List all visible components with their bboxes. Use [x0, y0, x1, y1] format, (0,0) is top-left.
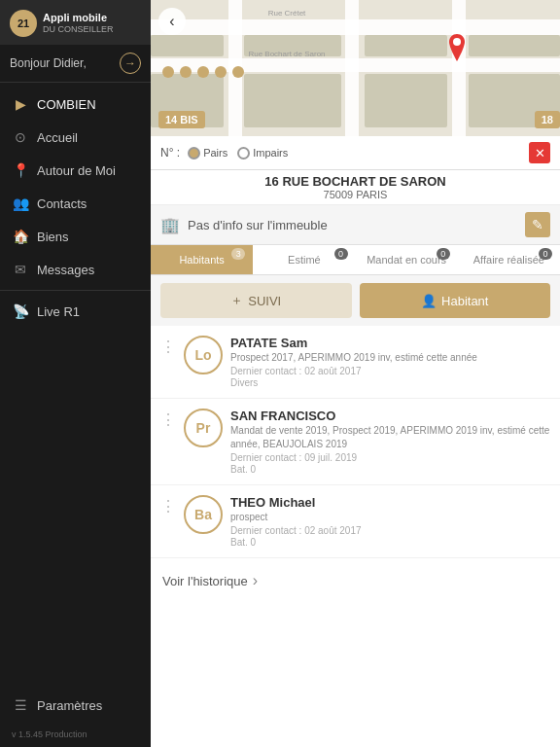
- resident-info: PATATE Sam Prospect 2017, APERIMMO 2019 …: [230, 336, 550, 388]
- svg-rect-5: [452, 0, 466, 136]
- resident-sub: Dernier contact : 02 août 2017: [230, 366, 550, 376]
- tab-estime[interactable]: Estimé 0: [253, 245, 355, 274]
- resident-avatar: Pr: [184, 409, 223, 447]
- sidebar-item-contacts[interactable]: 👥 Contacts: [0, 187, 151, 220]
- list-item: ⋮ Pr SAN FRANCISCO Mandat de vente 2019,…: [151, 399, 560, 485]
- resident-avatar: Lo: [184, 336, 223, 374]
- sidebar: 21 Appli mobile DU CONSEILLER Bonjour Di…: [0, 0, 151, 747]
- resident-sub: Dernier contact : 09 juil. 2019: [230, 452, 550, 463]
- resident-info: THEO Michael prospect Dernier contact : …: [230, 495, 550, 548]
- address-close-button[interactable]: ✕: [529, 142, 550, 163]
- resident-menu-icon[interactable]: ⋮: [160, 495, 176, 516]
- map-back-button[interactable]: ‹: [158, 8, 186, 35]
- svg-rect-10: [151, 35, 224, 56]
- autour-icon: 📍: [12, 162, 29, 178]
- resident-avatar: Ba: [184, 495, 223, 534]
- building-icon: 🏢: [160, 216, 180, 234]
- habitant-button[interactable]: 👤 Habitant: [360, 283, 551, 318]
- info-banner: 🏢 Pas d'info sur l'immeuble ✎: [151, 205, 560, 245]
- radio-impairs[interactable]: Impairs: [237, 147, 288, 160]
- resident-name: PATATE Sam: [230, 336, 550, 350]
- habitant-icon: 👤: [421, 294, 437, 308]
- radio-group: Pairs Impairs: [188, 147, 288, 160]
- action-buttons: ＋ SUIVI 👤 Habitant: [151, 275, 560, 326]
- svg-rect-8: [244, 74, 341, 127]
- tab-habitants-badge: 3: [231, 248, 245, 260]
- svg-rect-7: [365, 35, 447, 56]
- list-item: ⋮ Ba THEO Michael prospect Dernier conta…: [151, 485, 560, 558]
- tabs-bar: Habitants 3 Estimé 0 Mandat en cours 0 A…: [151, 245, 560, 275]
- svg-rect-12: [469, 35, 560, 56]
- sidebar-nav: ▶ COMBIEN ⊙ Accueil 📍 Autour de Moi 👥 Co…: [0, 83, 151, 689]
- resident-desc: Mandat de vente 2019, Prospect 2019, APE…: [230, 424, 550, 451]
- sidebar-item-messages[interactable]: ✉ Messages: [0, 253, 151, 286]
- address-bar: N° : Pairs Impairs ✕: [151, 136, 560, 170]
- app-sub: DU CONSEILLER: [43, 24, 114, 35]
- main-content: Rue Crétet Rue Bochart de Saron ‹ 14 BIS…: [151, 0, 560, 747]
- edit-building-button[interactable]: ✎: [525, 212, 550, 237]
- map-number-right: 18: [535, 111, 560, 128]
- tab-affaire-badge: 0: [539, 248, 552, 260]
- map-dot: [162, 66, 174, 78]
- biens-icon: 🏠: [12, 229, 29, 244]
- sidebar-item-combien[interactable]: ▶ COMBIEN: [0, 88, 151, 121]
- greeting: Bonjour Didier, →: [0, 45, 151, 83]
- greeting-icon[interactable]: →: [120, 53, 141, 74]
- suivi-icon: ＋: [230, 292, 243, 309]
- radio-pairs[interactable]: Pairs: [188, 147, 228, 160]
- sidebar-header: 21 Appli mobile DU CONSEILLER: [0, 0, 151, 45]
- messages-icon: ✉: [12, 262, 29, 277]
- sidebar-logo: 21: [10, 10, 37, 37]
- svg-text:Rue Bochart de Saron: Rue Bochart de Saron: [248, 50, 325, 58]
- resident-menu-icon[interactable]: ⋮: [160, 409, 176, 429]
- resident-menu-icon[interactable]: ⋮: [160, 336, 176, 356]
- map-dot: [180, 66, 192, 78]
- sidebar-item-live-r1[interactable]: 📡 Live R1: [0, 295, 151, 328]
- app-title: Appli mobile: [43, 12, 114, 24]
- tab-habitants[interactable]: Habitants 3: [151, 245, 253, 274]
- list-item: ⋮ Lo PATATE Sam Prospect 2017, APERIMMO …: [151, 326, 560, 399]
- map-dot: [232, 66, 244, 78]
- svg-point-16: [453, 38, 461, 46]
- tab-estime-badge: 0: [334, 248, 348, 260]
- svg-text:Rue Crétet: Rue Crétet: [268, 9, 306, 18]
- radio-pairs-dot: [188, 147, 200, 160]
- radio-impairs-dot: [237, 147, 250, 160]
- resident-extra: Bat. 0: [230, 464, 550, 475]
- sidebar-item-params[interactable]: ☰ Paramètres: [0, 689, 151, 722]
- info-banner-text: Pas d'info sur l'immeuble: [188, 218, 328, 232]
- resident-extra: Bat. 0: [230, 537, 550, 548]
- resident-name: SAN FRANCISCO: [230, 409, 550, 423]
- svg-rect-4: [345, 0, 359, 136]
- sidebar-logo-area: 21 Appli mobile DU CONSEILLER: [10, 10, 114, 37]
- map-number-left: 14 BIS: [158, 111, 205, 128]
- resident-desc: prospect: [230, 511, 550, 524]
- sidebar-item-accueil[interactable]: ⊙ Accueil: [0, 121, 151, 154]
- suivi-button[interactable]: ＋ SUIVI: [160, 283, 352, 318]
- sidebar-divider: [0, 290, 151, 291]
- map-pin: [446, 34, 468, 67]
- map-dot: [215, 66, 227, 78]
- residents-list: ⋮ Lo PATATE Sam Prospect 2017, APERIMMO …: [151, 326, 560, 747]
- address-num-section: N° : Pairs Impairs: [160, 146, 288, 160]
- tab-mandat[interactable]: Mandat en cours 0: [356, 245, 458, 274]
- resident-desc: Prospect 2017, APERIMMO 2019 inv, estimé…: [230, 351, 550, 365]
- resident-name: THEO Michael: [230, 495, 550, 510]
- voir-historique-button[interactable]: Voir l'historique ›: [151, 558, 560, 603]
- sidebar-item-biens[interactable]: 🏠 Biens: [0, 220, 151, 253]
- combien-icon: ▶: [12, 96, 29, 112]
- sidebar-version: v 1.5.45 Production: [0, 722, 151, 747]
- resident-extra: Divers: [230, 377, 550, 388]
- contacts-icon: 👥: [12, 196, 29, 211]
- sidebar-item-autour[interactable]: 📍 Autour de Moi: [0, 154, 151, 187]
- map-container: Rue Crétet Rue Bochart de Saron ‹ 14 BIS…: [151, 0, 560, 136]
- svg-rect-9: [365, 74, 447, 127]
- accueil-icon: ⊙: [12, 129, 29, 145]
- tab-mandat-badge: 0: [437, 248, 450, 260]
- street-address: 16 RUE BOCHART DE SARON 75009 PARIS: [151, 170, 560, 205]
- map-building-dots: [162, 66, 244, 78]
- voir-historique-arrow: ›: [253, 572, 258, 589]
- tab-affaire[interactable]: Affaire réalisée 0: [458, 245, 560, 274]
- params-icon: ☰: [12, 697, 29, 713]
- live-r1-icon: 📡: [12, 303, 29, 319]
